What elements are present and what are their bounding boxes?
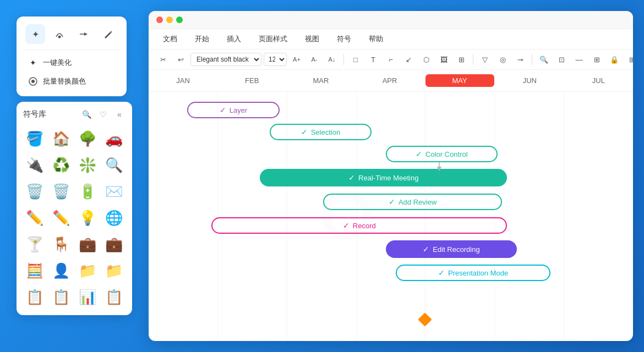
font-grow-button[interactable]: A+ [289,52,304,67]
batch-replace-color-item[interactable]: 批量替换颜色 [22,72,121,91]
presentation-mode-bar[interactable]: ✓ Presentation Mode [396,265,551,281]
grid-button[interactable]: ⊞ [589,52,604,67]
menu-start[interactable]: 开始 [192,32,212,46]
shapes-button[interactable]: ⬡ [418,52,434,67]
icon-grid: 🪣 🏠 🌳 🚗 🔌 ♻️ ❇️ 🔍 🗑️ 🗑️ 🔋 ✉️ ✏️ ✏️ 💡 🌐 🍸… [23,127,125,309]
list-item[interactable]: ✏️ [23,206,46,229]
list-item[interactable]: 🗑️ [23,180,46,203]
close-button[interactable] [156,16,163,23]
check-icon: ✓ [348,173,355,182]
color-control-label: Color Control [425,150,468,158]
window-chrome [149,11,633,29]
connect-button[interactable]: ⊸ [512,52,528,67]
record-bar[interactable]: ✓ Record [211,217,507,234]
list-item[interactable]: 🗑️ [50,180,73,203]
list-item[interactable]: 🏠 [50,127,73,150]
circle-button[interactable]: ◎ [495,52,510,67]
list-item[interactable]: 🪣 [23,127,46,150]
edit-recording-bar[interactable]: ✓ Edit Recording [386,240,517,258]
check-icon: ✓ [423,245,429,254]
list-item[interactable]: 📊 [76,285,99,309]
menu-view[interactable]: 视图 [302,32,323,46]
list-item[interactable]: 📁 [76,259,99,282]
image-button[interactable]: 🖼 [436,52,451,67]
list-item[interactable]: ❇️ [76,153,99,177]
line-button[interactable] [74,24,94,44]
month-may: MAY [425,74,494,87]
layer-bar[interactable]: ✓ Layer [187,102,279,118]
pen-button[interactable] [98,24,118,44]
list-item[interactable]: 📋 [23,285,46,309]
gantt-area: JAN FEB MAR APR MAY JUN JUL [149,70,633,341]
minimize-button[interactable] [166,16,173,23]
month-jan: JAN [149,71,217,90]
real-time-meeting-bar[interactable]: ✓ Real-Time Meeting [260,169,507,186]
lock-button[interactable]: 🔒 [607,52,622,67]
collapse-icon[interactable]: « [113,108,125,120]
arrow-button[interactable]: ↙ [401,52,416,67]
list-item[interactable]: 🔍 [102,153,125,177]
list-item[interactable]: 🌐 [102,206,125,229]
search-zoom-button[interactable]: 🔍 [536,52,552,67]
record-label: Record [353,222,376,230]
list-item[interactable]: 💼 [102,233,125,256]
font-select[interactable]: Elegant soft black [190,53,261,66]
check-icon: ✓ [301,128,308,136]
font-shrink-button[interactable]: A- [307,52,322,67]
list-item[interactable]: ♻️ [50,153,73,177]
list-item[interactable]: ✉️ [102,180,125,203]
add-review-bar[interactable]: ✓ Add Review [323,194,503,210]
list-item[interactable]: 📋 [50,285,73,309]
fit-button[interactable]: ⊡ [554,52,569,67]
text-button[interactable]: T [365,52,381,67]
menu-help[interactable]: 帮助 [365,32,386,46]
edit-recording-label: Edit Recording [433,245,479,254]
menu-doc[interactable]: 文档 [160,32,181,46]
selection-bar[interactable]: ✓ Selection [270,124,372,140]
list-item[interactable]: 💼 [76,233,99,256]
replace-color-label: 批量替换颜色 [43,76,86,86]
clear-format-button[interactable]: A↓ [324,52,340,67]
list-item[interactable]: 📋 [102,285,125,309]
magic-button[interactable]: ✦ [25,24,45,44]
month-apr: APR [355,71,424,90]
one-click-beauty-item[interactable]: ✦ 一键美化 [22,53,121,72]
paint-button[interactable] [50,24,69,44]
undo-button[interactable]: ↩ [173,52,188,67]
menu-page-style[interactable]: 页面样式 [255,32,291,46]
expand-button[interactable]: ⊞ [624,52,633,67]
list-item[interactable]: 🔋 [76,180,99,203]
cut-button[interactable]: ✂ [155,52,171,67]
svg-point-0 [58,36,61,38]
list-item[interactable]: 🪑 [50,233,73,256]
list-item[interactable]: 🧮 [23,259,46,282]
symbol-panel: 符号库 🔍 ♡ « 🪣 🏠 🌳 🚗 🔌 ♻️ ❇️ 🔍 🗑️ 🗑️ 🔋 ✉️ ✏… [17,102,132,315]
color-control-bar[interactable]: ✓ Color Control [386,146,497,162]
month-mar: MAR [286,71,355,90]
menu-insert[interactable]: 插入 [223,32,244,46]
list-item[interactable]: 💡 [76,206,99,229]
list-item[interactable]: ✏️ [50,206,73,229]
heart-icon[interactable]: ♡ [97,108,109,120]
font-size-select[interactable]: 12 [264,53,287,66]
maximize-button[interactable] [176,16,183,23]
list-item[interactable]: 🚗 [102,127,125,150]
floating-toolbar: ✦ ✦ 一键美化 [17,16,127,96]
menu-symbol[interactable]: 符号 [334,32,354,46]
list-item[interactable]: 👤 [50,259,73,282]
list-item[interactable]: 🔌 [23,153,46,177]
list-item[interactable]: 🍸 [23,233,46,256]
rect-button[interactable]: □ [348,52,363,67]
list-item[interactable]: 📁 [102,259,125,282]
line-shape-button[interactable]: ⌐ [383,52,399,67]
gantt-grid [149,92,633,341]
search-icon[interactable]: 🔍 [80,108,92,120]
highlight-button[interactable]: — [571,52,587,67]
svg-marker-2 [84,32,88,36]
check-icon: ✓ [438,268,445,277]
selection-label: Selection [311,128,340,136]
fill-button[interactable]: ▽ [477,52,493,67]
list-item[interactable]: 🌳 [76,127,99,150]
table-button[interactable]: ⊞ [454,52,469,67]
real-time-meeting-label: Real-Time Meeting [358,174,418,182]
